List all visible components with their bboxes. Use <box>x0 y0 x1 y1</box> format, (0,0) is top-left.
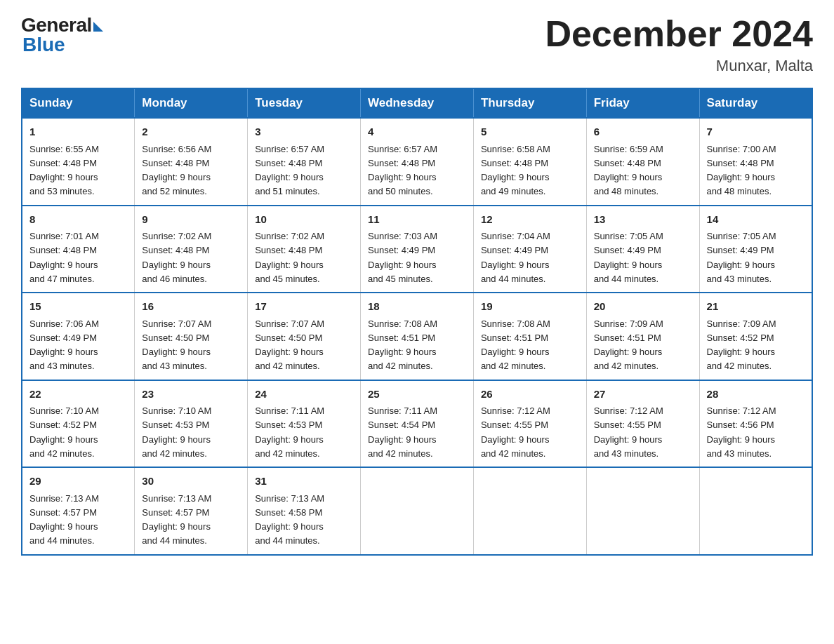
day-number: 3 <box>255 124 353 140</box>
day-number: 27 <box>594 387 692 403</box>
day-info: Sunrise: 7:02 AMSunset: 4:48 PMDaylight:… <box>142 231 211 284</box>
day-number: 14 <box>707 212 805 228</box>
calendar-cell: 31Sunrise: 7:13 AMSunset: 4:58 PMDayligh… <box>248 467 361 555</box>
calendar-cell: 29Sunrise: 7:13 AMSunset: 4:57 PMDayligh… <box>22 467 135 555</box>
day-number: 16 <box>142 299 240 315</box>
calendar-cell: 17Sunrise: 7:07 AMSunset: 4:50 PMDayligh… <box>248 293 361 380</box>
day-number: 1 <box>29 124 127 140</box>
day-info: Sunrise: 7:07 AMSunset: 4:50 PMDaylight:… <box>142 318 211 372</box>
calendar-header-friday: Friday <box>586 88 699 118</box>
calendar-header-sunday: Sunday <box>22 88 135 118</box>
day-info: Sunrise: 7:09 AMSunset: 4:51 PMDaylight:… <box>594 318 663 372</box>
day-number: 31 <box>255 474 353 490</box>
day-info: Sunrise: 7:12 AMSunset: 4:56 PMDaylight:… <box>707 405 776 459</box>
day-info: Sunrise: 7:05 AMSunset: 4:49 PMDaylight:… <box>594 231 663 284</box>
calendar-cell: 13Sunrise: 7:05 AMSunset: 4:49 PMDayligh… <box>586 206 699 293</box>
day-number: 8 <box>29 212 127 228</box>
calendar-cell: 16Sunrise: 7:07 AMSunset: 4:50 PMDayligh… <box>135 293 248 380</box>
day-info: Sunrise: 7:13 AMSunset: 4:57 PMDaylight:… <box>29 493 99 546</box>
calendar-header-thursday: Thursday <box>473 88 586 118</box>
day-info: Sunrise: 7:05 AMSunset: 4:49 PMDaylight:… <box>707 231 776 284</box>
day-number: 22 <box>29 387 127 403</box>
day-number: 17 <box>255 299 353 315</box>
day-number: 21 <box>707 299 805 315</box>
day-number: 5 <box>481 124 579 140</box>
day-info: Sunrise: 7:12 AMSunset: 4:55 PMDaylight:… <box>594 405 663 459</box>
day-info: Sunrise: 7:10 AMSunset: 4:52 PMDaylight:… <box>29 405 99 459</box>
day-number: 11 <box>368 212 466 228</box>
calendar-header-wednesday: Wednesday <box>361 88 474 118</box>
calendar-cell: 12Sunrise: 7:04 AMSunset: 4:49 PMDayligh… <box>473 206 586 293</box>
calendar-week-3: 15Sunrise: 7:06 AMSunset: 4:49 PMDayligh… <box>22 293 812 380</box>
day-info: Sunrise: 7:12 AMSunset: 4:55 PMDaylight:… <box>481 405 550 459</box>
day-info: Sunrise: 7:03 AMSunset: 4:49 PMDaylight:… <box>368 231 437 284</box>
day-info: Sunrise: 7:02 AMSunset: 4:48 PMDaylight:… <box>255 231 324 284</box>
day-info: Sunrise: 6:57 AMSunset: 4:48 PMDaylight:… <box>255 144 324 197</box>
day-number: 4 <box>368 124 466 140</box>
calendar-cell: 25Sunrise: 7:11 AMSunset: 4:54 PMDayligh… <box>361 380 474 468</box>
calendar-cell: 27Sunrise: 7:12 AMSunset: 4:55 PMDayligh… <box>586 380 699 468</box>
calendar-cell: 14Sunrise: 7:05 AMSunset: 4:49 PMDayligh… <box>699 206 812 293</box>
day-info: Sunrise: 7:08 AMSunset: 4:51 PMDaylight:… <box>368 318 437 372</box>
day-number: 19 <box>481 299 579 315</box>
day-info: Sunrise: 6:57 AMSunset: 4:48 PMDaylight:… <box>368 144 437 197</box>
calendar-cell: 23Sunrise: 7:10 AMSunset: 4:53 PMDayligh… <box>135 380 248 468</box>
day-number: 24 <box>255 387 353 403</box>
day-number: 26 <box>481 387 579 403</box>
day-info: Sunrise: 7:13 AMSunset: 4:58 PMDaylight:… <box>255 493 324 546</box>
day-number: 29 <box>29 474 127 490</box>
day-info: Sunrise: 7:06 AMSunset: 4:49 PMDaylight:… <box>29 318 99 372</box>
calendar-header-row: SundayMondayTuesdayWednesdayThursdayFrid… <box>22 88 812 118</box>
calendar-cell: 15Sunrise: 7:06 AMSunset: 4:49 PMDayligh… <box>22 293 135 380</box>
day-info: Sunrise: 6:58 AMSunset: 4:48 PMDaylight:… <box>481 144 550 197</box>
page-header: General Blue December 2024 Munxar, Malta <box>21 14 813 75</box>
day-number: 25 <box>368 387 466 403</box>
calendar-week-1: 1Sunrise: 6:55 AMSunset: 4:48 PMDaylight… <box>22 118 812 206</box>
calendar-cell <box>699 467 812 555</box>
day-info: Sunrise: 7:01 AMSunset: 4:48 PMDaylight:… <box>29 231 99 284</box>
day-number: 30 <box>142 474 240 490</box>
day-info: Sunrise: 6:55 AMSunset: 4:48 PMDaylight:… <box>29 144 99 197</box>
calendar-cell: 8Sunrise: 7:01 AMSunset: 4:48 PMDaylight… <box>22 206 135 293</box>
day-number: 15 <box>29 299 127 315</box>
logo-triangle-icon <box>93 22 103 32</box>
day-info: Sunrise: 7:11 AMSunset: 4:53 PMDaylight:… <box>255 405 324 459</box>
day-info: Sunrise: 7:08 AMSunset: 4:51 PMDaylight:… <box>481 318 550 372</box>
calendar-cell: 3Sunrise: 6:57 AMSunset: 4:48 PMDaylight… <box>248 118 361 206</box>
calendar-header-saturday: Saturday <box>699 88 812 118</box>
calendar-header-tuesday: Tuesday <box>248 88 361 118</box>
calendar-cell <box>361 467 474 555</box>
day-number: 23 <box>142 387 240 403</box>
day-number: 10 <box>255 212 353 228</box>
day-number: 12 <box>481 212 579 228</box>
day-number: 20 <box>594 299 692 315</box>
calendar-cell: 1Sunrise: 6:55 AMSunset: 4:48 PMDaylight… <box>22 118 135 206</box>
location-label: Munxar, Malta <box>545 57 813 75</box>
day-info: Sunrise: 7:11 AMSunset: 4:54 PMDaylight:… <box>368 405 437 459</box>
calendar-cell: 26Sunrise: 7:12 AMSunset: 4:55 PMDayligh… <box>473 380 586 468</box>
calendar-cell: 2Sunrise: 6:56 AMSunset: 4:48 PMDaylight… <box>135 118 248 206</box>
title-block: December 2024 Munxar, Malta <box>545 14 813 75</box>
day-number: 28 <box>707 387 805 403</box>
day-info: Sunrise: 7:04 AMSunset: 4:49 PMDaylight:… <box>481 231 550 284</box>
day-number: 13 <box>594 212 692 228</box>
calendar-cell: 28Sunrise: 7:12 AMSunset: 4:56 PMDayligh… <box>699 380 812 468</box>
calendar-cell: 4Sunrise: 6:57 AMSunset: 4:48 PMDaylight… <box>361 118 474 206</box>
day-info: Sunrise: 7:13 AMSunset: 4:57 PMDaylight:… <box>142 493 211 546</box>
calendar-cell: 6Sunrise: 6:59 AMSunset: 4:48 PMDaylight… <box>586 118 699 206</box>
calendar-week-5: 29Sunrise: 7:13 AMSunset: 4:57 PMDayligh… <box>22 467 812 555</box>
calendar-cell <box>473 467 586 555</box>
day-number: 2 <box>142 124 240 140</box>
month-title: December 2024 <box>545 14 813 54</box>
calendar-cell: 7Sunrise: 7:00 AMSunset: 4:48 PMDaylight… <box>699 118 812 206</box>
day-number: 18 <box>368 299 466 315</box>
calendar-cell: 30Sunrise: 7:13 AMSunset: 4:57 PMDayligh… <box>135 467 248 555</box>
day-info: Sunrise: 6:56 AMSunset: 4:48 PMDaylight:… <box>142 144 211 197</box>
calendar-cell <box>586 467 699 555</box>
calendar-table: SundayMondayTuesdayWednesdayThursdayFrid… <box>21 88 813 556</box>
calendar-cell: 9Sunrise: 7:02 AMSunset: 4:48 PMDaylight… <box>135 206 248 293</box>
calendar-cell: 19Sunrise: 7:08 AMSunset: 4:51 PMDayligh… <box>473 293 586 380</box>
day-info: Sunrise: 7:00 AMSunset: 4:48 PMDaylight:… <box>707 144 776 197</box>
calendar-cell: 24Sunrise: 7:11 AMSunset: 4:53 PMDayligh… <box>248 380 361 468</box>
day-number: 9 <box>142 212 240 228</box>
